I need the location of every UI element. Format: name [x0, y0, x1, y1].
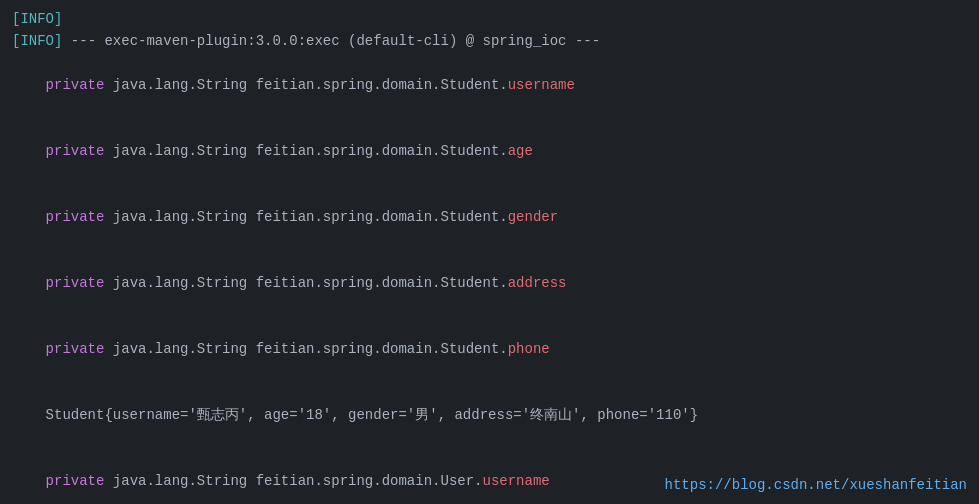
line-student-age: private java.lang.String feitian.spring.… [12, 118, 967, 184]
line-student-output: Student{username='甄志丙', age='18', gender… [12, 382, 967, 448]
line-student-gender: private java.lang.String feitian.spring.… [12, 184, 967, 250]
line-student-username: private java.lang.String feitian.spring.… [12, 52, 967, 118]
blog-url: https://blog.csdn.net/xueshanfeitian [665, 474, 967, 496]
line-exec-maven: [INFO] --- exec-maven-plugin:3.0.0:exec … [12, 30, 967, 52]
terminal-window: [INFO] [INFO] --- exec-maven-plugin:3.0.… [0, 0, 979, 504]
line-student-phone: private java.lang.String feitian.spring.… [12, 316, 967, 382]
line-student-address: private java.lang.String feitian.spring.… [12, 250, 967, 316]
line-info-blank: [INFO] [12, 8, 967, 30]
